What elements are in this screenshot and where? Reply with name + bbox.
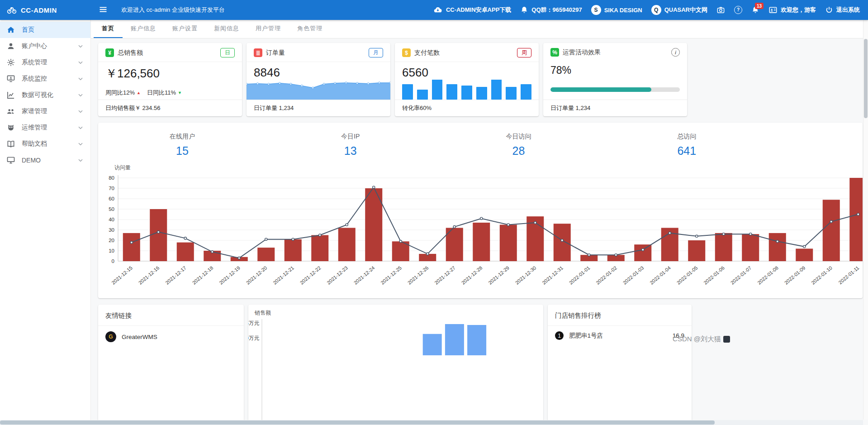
period-month-badge[interactable]: 月 bbox=[369, 48, 383, 57]
qq-group-link[interactable]: QQ群：965940297 bbox=[520, 6, 582, 14]
svg-text:2021-12-20: 2021-12-20 bbox=[245, 265, 268, 285]
tab-1[interactable]: 账户信息 bbox=[123, 20, 164, 38]
overview-stat-value[interactable]: 13 bbox=[266, 144, 435, 158]
card-footer: 日订单量 1,234 bbox=[543, 100, 687, 116]
tab-4[interactable]: 用户管理 bbox=[247, 20, 289, 38]
topbar: CC-ADMIN 欢迎进入 cc-admin 企业级快速开发平台 CC-ADMI… bbox=[0, 0, 868, 20]
brand[interactable]: CC-ADMIN bbox=[0, 5, 90, 15]
activity-progress-bar bbox=[550, 87, 680, 92]
menu-toggle-button[interactable] bbox=[97, 3, 109, 17]
card-header: $ 支付笔数 周 bbox=[395, 43, 539, 62]
svg-text:2021-12-24: 2021-12-24 bbox=[353, 265, 376, 285]
svg-text:2021-12-16: 2021-12-16 bbox=[138, 265, 161, 285]
payments-bar-chart bbox=[395, 80, 539, 100]
svg-text:0: 0 bbox=[112, 258, 114, 264]
payment-bar bbox=[461, 86, 472, 100]
app-root: CC-ADMIN 欢迎进入 cc-admin 企业级快速开发平台 CC-ADMI… bbox=[0, 0, 868, 425]
bell-icon bbox=[520, 6, 528, 14]
svg-text:0万元: 0万元 bbox=[248, 335, 259, 341]
power-icon bbox=[825, 6, 833, 14]
hamburger-icon bbox=[99, 5, 108, 14]
svg-text:60: 60 bbox=[109, 196, 114, 201]
overview-stat: 今日IP13 bbox=[266, 133, 435, 158]
svg-text:2022-01-08: 2022-01-08 bbox=[756, 265, 779, 285]
sidebar-item-chart[interactable]: 数据可视化 bbox=[0, 87, 90, 103]
visits-chart-area: 访问量 010203040506070802021-12-152021-12-1… bbox=[98, 164, 863, 298]
sidebar-item-label: 系统监控 bbox=[22, 75, 71, 83]
quasar-link[interactable]: Q QUASAR中文网 bbox=[651, 5, 707, 15]
vertical-scrollbar[interactable] bbox=[863, 20, 868, 420]
sales-comparison: 周同比12% ▲ 日同比11% ▼ bbox=[98, 81, 242, 97]
card-footer: 日订单量 1,234 bbox=[247, 100, 390, 116]
screenshot-button[interactable] bbox=[716, 6, 725, 14]
overview-stat-value[interactable]: 15 bbox=[98, 144, 266, 158]
sidebar-item-people[interactable]: 家谱管理 bbox=[0, 103, 90, 119]
tab-0[interactable]: 首页 bbox=[94, 20, 123, 38]
book-icon bbox=[6, 139, 15, 148]
sidebar-item-owl[interactable]: 运维管理 bbox=[0, 119, 90, 136]
overview-stat-label: 总访问 bbox=[602, 133, 771, 141]
sidebar-item-label: 帮助文档 bbox=[22, 140, 71, 148]
svg-text:30: 30 bbox=[109, 227, 114, 233]
svg-text:2021-12-25: 2021-12-25 bbox=[379, 265, 403, 285]
sidebar-item-monitor[interactable]: 系统监控 bbox=[0, 71, 90, 87]
card-title: 运营活动效果 bbox=[563, 48, 601, 57]
friend-link-item[interactable]: GGreaterWMS bbox=[98, 326, 244, 348]
notification-badge: 13 bbox=[755, 3, 764, 9]
chevron-down-icon bbox=[77, 157, 84, 164]
horizontal-scrollbar[interactable] bbox=[0, 420, 863, 425]
card-footer: 转化率60% bbox=[395, 100, 539, 116]
rank-item: 1肥肥串1号店16.9 bbox=[548, 326, 692, 345]
sales-value: ￥126,560 bbox=[98, 62, 242, 81]
greaterwms-logo-icon: G bbox=[105, 331, 116, 342]
sika-design-link[interactable]: S SIKA DESIGN bbox=[591, 5, 642, 15]
sidebar-item-person[interactable]: 账户中心 bbox=[0, 38, 90, 54]
vertical-scrollbar-thumb[interactable] bbox=[864, 39, 868, 118]
payment-bar bbox=[432, 80, 443, 100]
id-card-icon bbox=[768, 5, 778, 14]
help-button[interactable]: ? bbox=[734, 6, 742, 14]
payment-bar bbox=[446, 84, 457, 100]
sidebar-item-label: 数据可视化 bbox=[22, 91, 71, 99]
period-day-badge[interactable]: 日 bbox=[220, 48, 235, 57]
orders-icon: ≣ bbox=[254, 48, 262, 57]
notifications-button[interactable]: 13 bbox=[751, 6, 759, 14]
payment-bar bbox=[402, 84, 413, 100]
sidebar-item-gear[interactable]: 系统管理 bbox=[0, 54, 90, 71]
chevron-down-icon bbox=[77, 43, 84, 50]
welcome-text: 欢迎进入 cc-admin 企业级快速开发平台 bbox=[121, 6, 225, 14]
tab-2[interactable]: 账户设置 bbox=[164, 20, 206, 38]
sidebar-item-desktop[interactable]: DEMO bbox=[0, 152, 90, 168]
sidebar-item-book[interactable]: 帮助文档 bbox=[0, 136, 90, 152]
sidebar-item-home[interactable]: 首页 bbox=[0, 22, 90, 38]
store-name: 肥肥串1号店 bbox=[569, 332, 667, 340]
chevron-down-icon bbox=[77, 140, 84, 148]
visits-overview-card: 在线用户15今日IP13今日访问28总访问641 访问量 01020304050… bbox=[98, 123, 863, 298]
sidebar-item-label: 首页 bbox=[22, 26, 84, 34]
svg-text:2021-12-26: 2021-12-26 bbox=[407, 265, 430, 285]
desktop-icon bbox=[6, 156, 15, 165]
visits-chart: 010203040506070802021-12-152021-12-16202… bbox=[98, 172, 863, 298]
overview-stat: 在线用户15 bbox=[98, 133, 266, 158]
tab-5[interactable]: 角色管理 bbox=[289, 20, 331, 38]
svg-text:20: 20 bbox=[109, 238, 114, 243]
period-week-badge[interactable]: 周 bbox=[517, 48, 531, 57]
svg-text:70: 70 bbox=[109, 186, 114, 191]
svg-text:2021-12-27: 2021-12-27 bbox=[433, 265, 456, 285]
logout-button[interactable]: 退出系统 bbox=[825, 6, 860, 14]
payment-bar bbox=[491, 80, 502, 100]
info-icon[interactable]: i bbox=[671, 48, 680, 57]
tab-3[interactable]: 新闻信息 bbox=[206, 20, 247, 38]
overview-stat-label: 今日IP bbox=[266, 133, 435, 141]
card-title: 总销售额 bbox=[118, 49, 143, 57]
sidebar-item-label: 家谱管理 bbox=[22, 107, 71, 115]
week-compare: 周同比12% bbox=[105, 89, 135, 97]
user-menu[interactable]: 欢迎您，游客 bbox=[768, 5, 816, 14]
overview-stat-value[interactable]: 641 bbox=[602, 144, 771, 158]
horizontal-scrollbar-thumb[interactable] bbox=[0, 420, 715, 425]
app-download-link[interactable]: CC-ADMIN安卓APP下载 bbox=[433, 5, 511, 14]
overview-stat-value[interactable]: 28 bbox=[435, 144, 603, 158]
svg-text:50: 50 bbox=[109, 206, 114, 212]
svg-text:2021-12-19: 2021-12-19 bbox=[218, 265, 241, 285]
store-rank-card: 门店销售排行榜 1肥肥串1号店16.9 bbox=[548, 305, 692, 425]
